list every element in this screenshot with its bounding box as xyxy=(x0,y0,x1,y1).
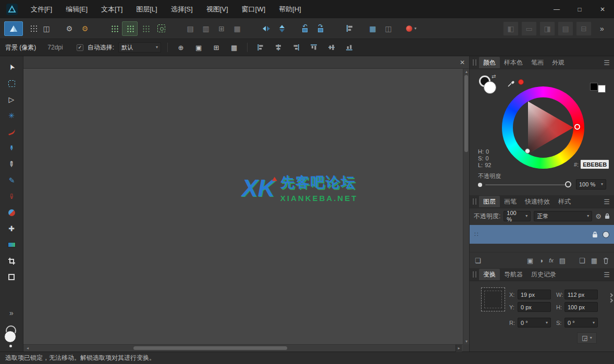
align-middle-button[interactable] xyxy=(325,42,338,53)
layer-mask-icon[interactable]: ▤ xyxy=(559,257,566,265)
scroll-right-icon[interactable]: ▸ xyxy=(456,345,462,352)
flip-horizontal-button[interactable] xyxy=(259,21,274,36)
horizontal-scroll-thumb[interactable] xyxy=(133,346,287,350)
shade-marker[interactable] xyxy=(525,148,530,154)
vertical-scroll-thumb[interactable] xyxy=(464,75,468,152)
opacity-dropdown[interactable]: 100 %▾ xyxy=(576,179,606,190)
panel-menu-icon[interactable]: ☰ xyxy=(604,59,610,67)
align-top-button[interactable] xyxy=(307,42,321,53)
gear-button-2[interactable]: ⚙ xyxy=(77,21,93,36)
menu-edit[interactable]: 编辑[E] xyxy=(59,0,94,18)
erase-tool[interactable]: ✑ xyxy=(4,190,19,203)
disabled-button-4[interactable]: ▤ xyxy=(558,21,573,36)
snap-grid-button-1[interactable] xyxy=(106,21,122,36)
toolbar-button-c[interactable]: ⊞ xyxy=(214,21,229,36)
brush-tool[interactable]: ✐ xyxy=(4,173,19,187)
tab-swatches[interactable]: 样本色 xyxy=(500,57,527,68)
align-center-button[interactable] xyxy=(272,42,285,53)
rotation-dropdown[interactable]: 0 °▾ xyxy=(518,318,551,328)
maximize-button[interactable]: □ xyxy=(568,0,591,18)
close-button[interactable]: ✕ xyxy=(591,0,614,18)
menu-file[interactable]: 文件[F] xyxy=(24,0,59,18)
minimize-button[interactable]: — xyxy=(545,0,568,18)
tab-color[interactable]: 颜色 xyxy=(479,57,500,68)
artboard-tool[interactable] xyxy=(4,77,19,90)
pencil-tool[interactable]: ✏ xyxy=(4,157,19,171)
opacity-slider[interactable] xyxy=(485,184,567,185)
alignment-button[interactable] xyxy=(342,21,358,36)
menu-text[interactable]: 文本[T] xyxy=(94,0,129,18)
panel-menu-icon[interactable]: ☰ xyxy=(604,271,610,279)
panel-collapse-handle[interactable] xyxy=(609,294,612,302)
opacity-slider-knob[interactable] xyxy=(565,181,571,187)
align-right-button[interactable] xyxy=(289,42,303,53)
snap-box-button[interactable]: ▣ xyxy=(192,42,205,53)
quick-color-button[interactable]: ▾ xyxy=(403,21,419,36)
canvas[interactable]: XK 先客吧论坛 XIANKEBA.NET xyxy=(23,69,469,352)
export-persona-button[interactable]: ◫ xyxy=(39,21,54,36)
toolbar-overflow-button[interactable]: » xyxy=(594,21,610,36)
gear-button-1[interactable]: ⚙ xyxy=(62,21,77,36)
hue-marker[interactable] xyxy=(574,124,580,130)
scroll-up-icon[interactable]: ▴ xyxy=(463,69,470,74)
tab-stroke[interactable]: 笔画 xyxy=(527,57,548,68)
h-input[interactable]: 100 px xyxy=(564,302,598,312)
gradient-tool[interactable] xyxy=(4,238,19,252)
menu-view[interactable]: 视图[V] xyxy=(200,0,235,18)
move-anchor-button[interactable]: ⊕ xyxy=(174,42,188,53)
toolbar-button-b[interactable]: ▥ xyxy=(198,21,214,36)
x-input[interactable]: 19 px xyxy=(518,290,551,299)
menu-window[interactable]: 窗口[W] xyxy=(235,0,273,18)
arrange-button-2[interactable]: ◫ xyxy=(380,21,396,36)
arrange-button-1[interactable]: ▦ xyxy=(365,21,380,36)
layer-lock-icon[interactable] xyxy=(592,231,598,238)
menu-help[interactable]: 帮助[H] xyxy=(272,0,308,18)
panel-grip-icon[interactable] xyxy=(473,59,476,66)
tab-navigator[interactable]: 导航器 xyxy=(500,269,527,280)
horizontal-scrollbar[interactable]: ◂ ▸ xyxy=(23,344,463,352)
rotate-cw-button[interactable]: ↷ xyxy=(313,21,328,36)
y-input[interactable]: 0 px xyxy=(518,302,551,312)
align-bottom-button[interactable] xyxy=(342,42,356,53)
disabled-button-1[interactable]: ◧ xyxy=(503,21,519,36)
rotate-ccw-button[interactable]: ↶ xyxy=(297,21,313,36)
healing-tool[interactable]: ✚ xyxy=(4,222,19,235)
flip-vertical-button[interactable] xyxy=(274,21,290,36)
tab-history[interactable]: 历史记录 xyxy=(527,269,560,280)
move-tool[interactable]: ➤ xyxy=(4,60,19,74)
panel-grip-icon[interactable] xyxy=(473,271,476,278)
photo-persona-button[interactable] xyxy=(4,21,23,36)
snap-bounds-button[interactable]: ⊞ xyxy=(210,42,223,53)
layer-opacity-dropdown[interactable]: 100 %▾ xyxy=(504,211,531,221)
blend-mode-dropdown[interactable]: 正常▾ xyxy=(534,211,592,221)
tab-appearance[interactable]: 外观 xyxy=(548,57,569,68)
layer-visibility-toggle[interactable] xyxy=(603,231,609,238)
rotation-snap-button[interactable] xyxy=(153,21,169,36)
snap-grid-button-2[interactable] xyxy=(122,21,138,36)
fill-stroke-chips[interactable] xyxy=(4,325,19,346)
fill-stroke-indicator[interactable]: ⇄ xyxy=(479,76,501,97)
layer-effects-icon[interactable]: fx xyxy=(549,257,554,263)
tab-styles[interactable]: 样式 xyxy=(554,196,575,207)
snap-grid-button-3[interactable] xyxy=(138,21,153,36)
fill-layer-icon[interactable]: ▣ xyxy=(527,257,533,265)
hex-input[interactable]: EBEBEB xyxy=(581,160,609,169)
trash-icon[interactable] xyxy=(603,257,609,264)
panel-menu-icon[interactable]: ☰ xyxy=(604,198,610,206)
red-curve-tool[interactable] xyxy=(4,125,19,139)
tab-quick-fx[interactable]: 快速特效 xyxy=(521,196,554,207)
menu-layer[interactable]: 图层[L] xyxy=(129,0,164,18)
tab-layers[interactable]: 图层 xyxy=(479,196,500,207)
lock-icon[interactable] xyxy=(605,213,610,219)
grid-button[interactable]: ▦ xyxy=(227,42,241,53)
eyedropper-icon[interactable] xyxy=(507,80,515,89)
duplicate-layer-icon[interactable]: ❏ xyxy=(475,257,481,265)
color-wheel[interactable] xyxy=(502,86,584,169)
align-left-button[interactable] xyxy=(254,42,267,53)
disabled-button-2[interactable]: ▭ xyxy=(521,21,537,36)
menu-select[interactable]: 选择[S] xyxy=(164,0,200,18)
clone-tool[interactable] xyxy=(4,206,19,219)
new-layer-icon[interactable]: ❑ xyxy=(579,257,585,265)
pen-tool[interactable]: ✒ xyxy=(4,141,19,155)
disabled-button-5[interactable]: ⊟ xyxy=(576,21,592,36)
